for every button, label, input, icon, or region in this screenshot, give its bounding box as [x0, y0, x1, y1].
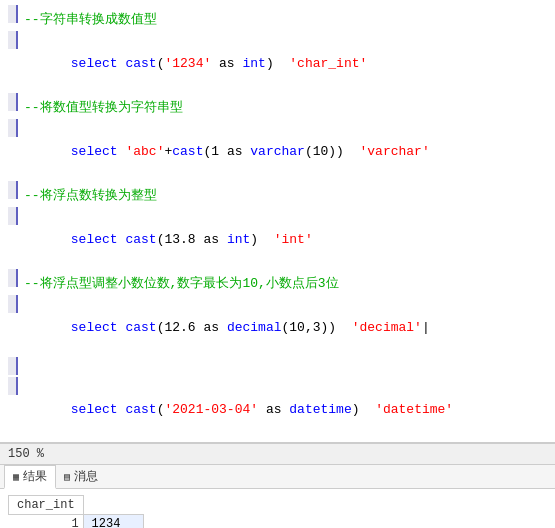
string: 'abc'	[125, 144, 164, 159]
code-line-7: --将浮点型调整小数位数,数字最长为10,小数点后3位	[0, 268, 555, 294]
cell-value: 1234	[83, 515, 143, 529]
result-block-char-int: char_int 1 1234	[8, 495, 547, 528]
keyword: int	[227, 232, 250, 247]
line-gutter	[8, 31, 18, 49]
alias: 'datetime'	[375, 402, 453, 417]
keyword: select	[71, 320, 126, 335]
keyword: select	[71, 232, 126, 247]
result-table-char-int: char_int 1 1234	[8, 495, 144, 528]
function: cast	[172, 144, 203, 159]
code-line-5: --将浮点数转换为整型	[0, 180, 555, 206]
cursor: |	[422, 320, 430, 335]
paren: )	[250, 232, 273, 247]
col-header-char-int: char_int	[9, 496, 84, 515]
keyword: select	[71, 56, 126, 71]
code-line-9	[0, 356, 555, 376]
function: cast	[125, 56, 156, 71]
code-line-2: select cast('1234' as int) 'char_int'	[0, 30, 555, 92]
string: '2021-03-04'	[164, 402, 258, 417]
line-gutter	[8, 181, 18, 199]
function: cast	[125, 402, 156, 417]
code-editor[interactable]: --字符串转换成数值型 select cast('1234' as int) '…	[0, 0, 555, 443]
comment-text: --字符串转换成数值型	[24, 11, 157, 29]
alias: 'char_int'	[289, 56, 367, 71]
code-line-6: select cast(13.8 as int) 'int'	[0, 206, 555, 268]
comment-text: --将浮点数转换为整型	[24, 187, 157, 205]
keyword: select	[71, 144, 126, 159]
line-gutter	[8, 377, 18, 395]
line-gutter	[8, 5, 18, 23]
paren: (10))	[305, 144, 360, 159]
tab-results-label: 结果	[23, 468, 47, 485]
plain: 1 as	[211, 144, 250, 159]
line-gutter	[8, 269, 18, 287]
row-num: 1	[9, 515, 84, 529]
string: '1234'	[164, 56, 211, 71]
tab-results[interactable]: ▦ 结果	[4, 465, 56, 489]
keyword: varchar	[250, 144, 305, 159]
results-area: char_int 1 1234 varchar 1 abc1	[0, 489, 555, 528]
function: cast	[125, 320, 156, 335]
plain: as	[258, 402, 289, 417]
line-gutter	[8, 207, 18, 225]
function: cast	[125, 232, 156, 247]
line-gutter	[8, 295, 18, 313]
keyword: datetime	[289, 402, 351, 417]
code-line-4: select 'abc'+cast(1 as varchar(10)) 'var…	[0, 118, 555, 180]
plain: 12.6 as	[164, 320, 226, 335]
zoom-level: 150 %	[8, 447, 44, 461]
message-icon: ▤	[64, 471, 70, 483]
tabs-bar[interactable]: ▦ 结果 ▤ 消息	[0, 465, 555, 489]
plain: 13.8 as	[164, 232, 226, 247]
code-line-10: select cast('2021-03-04' as datetime) 'd…	[0, 376, 555, 438]
grid-icon: ▦	[13, 471, 19, 483]
line-gutter	[8, 357, 18, 375]
code-line-8: select cast(12.6 as decimal(10,3)) 'deci…	[0, 294, 555, 356]
keyword: decimal	[227, 320, 282, 335]
code-line-3: --将数值型转换为字符串型	[0, 92, 555, 118]
alias: 'decimal'	[352, 320, 422, 335]
line-gutter	[8, 119, 18, 137]
alias: 'varchar'	[360, 144, 430, 159]
table-row: 1 1234	[9, 515, 144, 529]
comment-text: --将数值型转换为字符串型	[24, 99, 183, 117]
line-gutter	[8, 93, 18, 111]
alias: 'int'	[274, 232, 313, 247]
keyword: select	[71, 402, 126, 417]
tab-messages-label: 消息	[74, 468, 98, 485]
code-line-1: --字符串转换成数值型	[0, 4, 555, 30]
status-bar: 150 %	[0, 443, 555, 465]
paren: (10,3))	[281, 320, 351, 335]
keyword: int	[242, 56, 265, 71]
tab-messages[interactable]: ▤ 消息	[56, 466, 106, 487]
paren: )	[266, 56, 289, 71]
plain: as	[211, 56, 242, 71]
paren: )	[352, 402, 375, 417]
comment-text: --将浮点型调整小数位数,数字最长为10,小数点后3位	[24, 275, 339, 293]
